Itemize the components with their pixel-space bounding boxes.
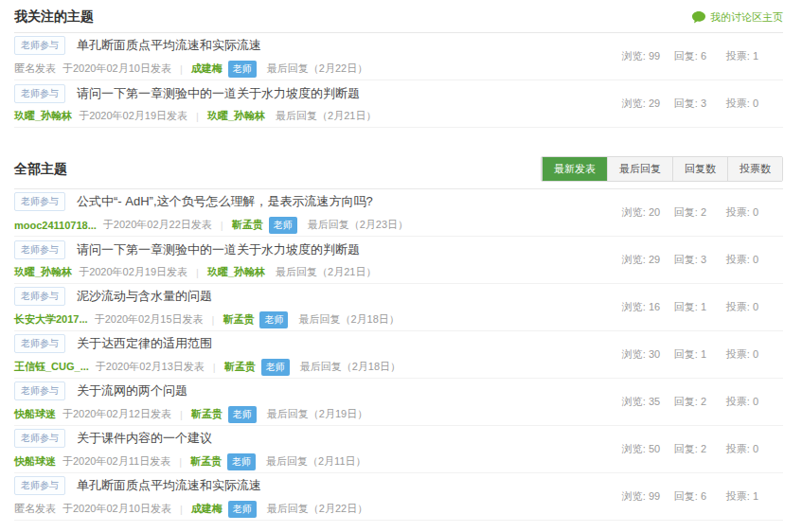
topic-meta: 快船球迷 于2020年02月11日发表 | 靳孟贵 老师 最后回复（2月11日） bbox=[14, 453, 366, 470]
topic-row: 老师参与 请问一下第一章测验中的一道关于水力坡度的判断题 玖曜_孙翰林 于202… bbox=[14, 237, 783, 284]
topic-stats: 浏览:20 回复:2 投票:0 bbox=[622, 205, 783, 220]
meta-separator: | bbox=[196, 111, 199, 122]
topic-title-link[interactable]: 单孔断面质点平均流速和实际流速 bbox=[77, 37, 261, 54]
topic-main: 老师参与 请问一下第一章测验中的一道关于水力坡度的判断题 玖曜_孙翰林 于202… bbox=[14, 240, 376, 279]
last-replier-name[interactable]: 玖曜_孙翰林 bbox=[207, 265, 265, 279]
last-replier-name[interactable]: 成建梅 bbox=[191, 502, 223, 516]
votes-stat: 投票:0 bbox=[726, 205, 758, 220]
topic-title-link[interactable]: 泥沙流动与含水量的问题 bbox=[77, 288, 212, 305]
teacher-participated-badge: 老师参与 bbox=[14, 192, 65, 211]
followed-section-header: 我关注的主题 我的讨论区主页 bbox=[14, 0, 783, 33]
author-name[interactable]: 王信钰_CUG_... bbox=[14, 360, 89, 374]
author-name[interactable]: 长安大学2017... bbox=[14, 312, 88, 327]
replies-value: 2 bbox=[701, 396, 706, 407]
teacher-badge: 老师 bbox=[261, 359, 290, 376]
meta-separator: | bbox=[196, 267, 199, 278]
sort-tab[interactable]: 投票数 bbox=[727, 157, 782, 181]
replies-value: 3 bbox=[701, 98, 706, 109]
topic-title-link[interactable]: 关于课件内容的一个建议 bbox=[77, 430, 212, 447]
topic-title-link[interactable]: 公式中“- AdH”,这个负号怎么理解，是表示流速方向吗? bbox=[77, 193, 373, 210]
replies-stat: 回复:3 bbox=[674, 97, 726, 111]
replies-value: 1 bbox=[701, 348, 706, 360]
votes-label: 投票: bbox=[726, 50, 750, 62]
votes-label: 投票: bbox=[726, 348, 750, 360]
views-stat: 浏览:35 bbox=[622, 395, 674, 409]
teacher-badge: 老师 bbox=[269, 217, 297, 234]
sort-tab[interactable]: 回复数 bbox=[672, 157, 727, 181]
views-label: 浏览: bbox=[622, 98, 646, 109]
author-name[interactable]: 玖曜_孙翰林 bbox=[14, 109, 72, 123]
votes-label: 投票: bbox=[726, 490, 750, 502]
topic-main: 老师参与 关于课件内容的一个建议 快船球迷 于2020年02月11日发表 | 靳… bbox=[14, 429, 366, 470]
post-date: 于2020年02月10日发表 bbox=[62, 62, 171, 76]
replies-label: 回复: bbox=[674, 301, 698, 312]
sort-tab[interactable]: 最后回复 bbox=[607, 157, 672, 181]
votes-stat: 投票:0 bbox=[726, 395, 758, 409]
topic-stats: 浏览:50 回复:2 投票:0 bbox=[622, 442, 783, 456]
replies-label: 回复: bbox=[674, 348, 698, 360]
teacher-badge: 老师 bbox=[259, 311, 288, 328]
replies-label: 回复: bbox=[674, 206, 698, 218]
replies-label: 回复: bbox=[674, 50, 698, 62]
author-name[interactable]: 匿名发表 bbox=[14, 62, 56, 76]
last-replier-name[interactable]: 靳孟贵 bbox=[223, 312, 254, 327]
all-section-title: 全部主题 bbox=[14, 161, 67, 178]
votes-value: 0 bbox=[753, 206, 758, 218]
replies-label: 回复: bbox=[674, 490, 698, 502]
topic-title-line: 老师参与 单孔断面质点平均流速和实际流速 bbox=[14, 36, 367, 55]
followed-topics-section: 我关注的主题 我的讨论区主页 老师参与 单孔断面质点平均流速和实际流速 bbox=[14, 0, 783, 128]
topic-meta: 长安大学2017... 于2020年02月15日发表 | 靳孟贵 老师 最后回复… bbox=[14, 311, 400, 328]
all-topics-section: 全部主题 最新发表 最后回复 回复数 投票数 老师参与 bbox=[14, 152, 783, 521]
replies-stat: 回复:2 bbox=[674, 442, 726, 456]
discussion-home-link-label: 我的讨论区主页 bbox=[710, 10, 783, 25]
last-replier-name[interactable]: 靳孟贵 bbox=[232, 218, 263, 232]
speech-bubble-icon bbox=[692, 11, 705, 24]
topic-title-link[interactable]: 关于达西定律的适用范围 bbox=[77, 335, 212, 352]
topic-title-line: 老师参与 关于流网的两个问题 bbox=[14, 381, 367, 400]
topic-title-line: 老师参与 关于课件内容的一个建议 bbox=[14, 429, 366, 448]
views-stat: 浏览:99 bbox=[622, 49, 674, 63]
topic-title-link[interactable]: 关于流网的两个问题 bbox=[77, 382, 187, 399]
replies-value: 1 bbox=[701, 301, 706, 312]
replies-label: 回复: bbox=[674, 98, 698, 109]
topic-title-link[interactable]: 单孔断面质点平均流速和实际流速 bbox=[77, 477, 261, 494]
replies-value: 3 bbox=[701, 254, 706, 265]
last-replier-name[interactable]: 靳孟贵 bbox=[190, 454, 222, 469]
votes-value: 0 bbox=[753, 348, 758, 360]
topic-meta: 玖曜_孙翰林 于2020年02月19日发表 | 玖曜_孙翰林 最后回复（2月21… bbox=[14, 265, 376, 279]
votes-label: 投票: bbox=[726, 396, 750, 407]
last-replier-name[interactable]: 靳孟贵 bbox=[191, 407, 223, 421]
votes-stat: 投票:1 bbox=[726, 489, 758, 504]
teacher-participated-badge: 老师参与 bbox=[14, 476, 65, 495]
views-value: 50 bbox=[649, 443, 660, 454]
discussion-home-link[interactable]: 我的讨论区主页 bbox=[692, 10, 783, 25]
last-reply-text: 最后回复（2月21日） bbox=[276, 109, 376, 123]
last-replier-name[interactable]: 成建梅 bbox=[191, 62, 223, 76]
author-name[interactable]: 玖曜_孙翰林 bbox=[14, 265, 72, 279]
author-name[interactable]: 快船球迷 bbox=[14, 454, 56, 469]
teacher-participated-badge: 老师参与 bbox=[14, 334, 65, 353]
last-replier-name[interactable]: 靳孟贵 bbox=[224, 360, 256, 374]
post-date: 于2020年02月12日发表 bbox=[62, 407, 171, 421]
votes-value: 0 bbox=[753, 396, 758, 407]
topic-title-link[interactable]: 请问一下第一章测验中的一道关于水力坡度的判断题 bbox=[77, 85, 360, 102]
topic-stats: 浏览:16 回复:1 投票:0 bbox=[622, 300, 783, 314]
author-name[interactable]: 快船球迷 bbox=[14, 407, 56, 421]
last-replier-name[interactable]: 玖曜_孙翰林 bbox=[207, 109, 265, 123]
topic-title-link[interactable]: 请问一下第一章测验中的一道关于水力坡度的判断题 bbox=[77, 241, 360, 258]
votes-stat: 投票:0 bbox=[726, 97, 758, 111]
teacher-badge: 老师 bbox=[227, 453, 256, 470]
topic-main: 老师参与 公式中“- AdH”,这个负号怎么理解，是表示流速方向吗? mooc2… bbox=[14, 192, 408, 234]
discussion-board-page: 我关注的主题 我的讨论区主页 老师参与 单孔断面质点平均流速和实际流速 bbox=[0, 0, 802, 521]
topic-main: 老师参与 关于达西定律的适用范围 王信钰_CUG_... 于2020年02月13… bbox=[14, 334, 401, 376]
last-reply-text: 最后回复（2月22日） bbox=[267, 62, 367, 76]
meta-separator: | bbox=[180, 504, 183, 515]
author-name[interactable]: 匿名发表 bbox=[14, 502, 56, 516]
votes-stat: 投票:0 bbox=[726, 442, 758, 456]
views-stat: 浏览:50 bbox=[622, 442, 674, 456]
followed-topics-list: 老师参与 单孔断面质点平均流速和实际流速 匿名发表 于2020年02月10日发表… bbox=[14, 33, 783, 128]
author-name[interactable]: mooc24110718... bbox=[14, 220, 97, 231]
replies-stat: 回复:1 bbox=[674, 347, 726, 362]
sort-tab[interactable]: 最新发表 bbox=[542, 157, 607, 181]
meta-separator: | bbox=[213, 362, 216, 373]
